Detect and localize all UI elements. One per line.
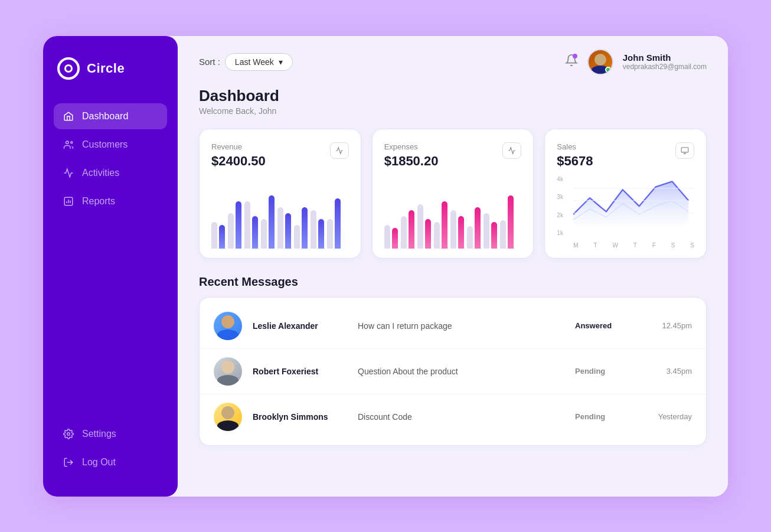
x-label-t: T bbox=[594, 242, 597, 249]
x-label-w: W bbox=[613, 242, 618, 249]
message-text: How can I return package bbox=[358, 321, 564, 331]
sidebar-item-dashboard[interactable]: Dashboard bbox=[54, 103, 167, 129]
logo-text: Circle bbox=[87, 61, 125, 76]
message-sender-name: Leslie Alexander bbox=[253, 321, 347, 331]
sort-section: Sort : Last Week ▾ bbox=[199, 53, 293, 71]
sidebar-item-reports[interactable]: Reports bbox=[54, 188, 167, 214]
notification-bell-icon[interactable] bbox=[565, 54, 578, 70]
messages-card: Leslie Alexander How can I return packag… bbox=[199, 297, 707, 446]
user-name: John Smith bbox=[623, 53, 707, 63]
avatar bbox=[587, 49, 613, 75]
svg-rect-8 bbox=[681, 147, 688, 152]
sales-value: $5678 bbox=[557, 154, 593, 169]
chevron-down-icon: ▾ bbox=[279, 57, 283, 67]
user-email: vedprakash29@gmail.com bbox=[623, 63, 707, 71]
table-row: Robert Foxeriest Question About the prod… bbox=[200, 349, 706, 394]
sidebar-item-settings[interactable]: Settings bbox=[54, 421, 167, 447]
sidebar-item-activities[interactable]: Activities bbox=[54, 160, 167, 186]
sales-x-labels: M T W T F S S bbox=[573, 242, 694, 249]
cards-row: Revenue $2400.50 bbox=[199, 129, 707, 259]
x-label-f: F bbox=[652, 242, 656, 249]
message-text: Question About the product bbox=[358, 367, 564, 376]
svg-point-6 bbox=[67, 432, 70, 435]
home-icon bbox=[63, 111, 74, 122]
revenue-value: $2400.50 bbox=[211, 154, 266, 169]
message-status: Pending bbox=[575, 367, 634, 376]
revenue-icon-btn[interactable] bbox=[330, 142, 349, 159]
sales-card: Sales $5678 4k 3k 2k 1k bbox=[544, 129, 707, 259]
sidebar-item-label: Customers bbox=[82, 139, 128, 150]
x-label-s: S bbox=[671, 242, 675, 249]
page-subtitle: Welcome Back, John bbox=[199, 106, 707, 116]
y-label-2k: 2k bbox=[557, 212, 563, 218]
settings-icon bbox=[63, 429, 74, 439]
user-section: John Smith vedprakash29@gmail.com bbox=[565, 49, 707, 75]
revenue-card: Revenue $2400.50 bbox=[199, 129, 361, 259]
revenue-bar-chart bbox=[211, 184, 349, 249]
topbar: Sort : Last Week ▾ John Smith bbox=[178, 36, 728, 82]
table-row: Leslie Alexander How can I return packag… bbox=[200, 303, 706, 349]
sales-icon-btn[interactable] bbox=[675, 142, 694, 159]
user-info: John Smith vedprakash29@gmail.com bbox=[623, 53, 707, 71]
page-title: Dashboard bbox=[199, 87, 707, 105]
message-sender-name: Brooklyn Simmons bbox=[253, 412, 347, 422]
sort-value: Last Week bbox=[235, 57, 274, 67]
expenses-card: Expenses $1850.20 bbox=[372, 129, 534, 259]
nav-bottom: Settings Log Out bbox=[54, 409, 167, 475]
nav-items: Dashboard Customers Activities Reports bbox=[54, 103, 167, 409]
table-row: Brooklyn Simmons Discount Code Pending Y… bbox=[200, 394, 706, 439]
svg-point-1 bbox=[71, 141, 73, 143]
sidebar-item-customers[interactable]: Customers bbox=[54, 132, 167, 158]
sidebar: Circle Dashboard Customers Activities bbox=[43, 36, 178, 497]
sales-line-chart-svg bbox=[573, 176, 694, 226]
svg-point-0 bbox=[66, 141, 69, 144]
sort-dropdown[interactable]: Last Week ▾ bbox=[225, 53, 293, 71]
sidebar-item-label: Settings bbox=[82, 429, 116, 439]
logo: Circle bbox=[54, 57, 167, 80]
avatar bbox=[214, 403, 242, 431]
message-sender-name: Robert Foxeriest bbox=[253, 367, 347, 376]
message-text: Discount Code bbox=[358, 412, 564, 422]
x-label-t2: T bbox=[633, 242, 637, 249]
sales-label: Sales bbox=[557, 142, 593, 151]
sidebar-item-logout[interactable]: Log Out bbox=[54, 449, 167, 475]
y-label-4k: 4k bbox=[557, 176, 563, 182]
message-time: 3.45pm bbox=[645, 367, 692, 376]
y-label-1k: 1k bbox=[557, 230, 563, 236]
expenses-icon-btn[interactable] bbox=[502, 142, 521, 159]
online-status-dot bbox=[605, 67, 611, 73]
reports-icon bbox=[63, 196, 74, 207]
avatar bbox=[214, 357, 242, 386]
customers-icon bbox=[63, 139, 74, 150]
sidebar-item-label: Dashboard bbox=[82, 111, 128, 122]
expenses-label: Expenses bbox=[384, 142, 439, 151]
revenue-label: Revenue bbox=[211, 142, 266, 151]
message-status: Answered bbox=[575, 321, 634, 330]
sidebar-item-label: Log Out bbox=[82, 457, 116, 468]
expenses-bar-chart bbox=[384, 184, 522, 249]
sidebar-item-label: Activities bbox=[82, 168, 119, 178]
sales-y-labels: 4k 3k 2k 1k bbox=[557, 176, 563, 237]
expenses-value: $1850.20 bbox=[384, 154, 439, 169]
sort-label: Sort : bbox=[199, 57, 220, 67]
logout-icon bbox=[63, 457, 74, 468]
logo-icon bbox=[57, 57, 80, 80]
message-status: Pending bbox=[575, 412, 634, 421]
message-time: Yesterday bbox=[645, 412, 692, 421]
main-content: Sort : Last Week ▾ John Smith bbox=[178, 36, 728, 497]
x-label-s2: S bbox=[690, 242, 694, 249]
messages-section-title: Recent Messages bbox=[199, 275, 707, 289]
avatar bbox=[214, 312, 242, 340]
activities-icon bbox=[63, 168, 74, 178]
page-content: Dashboard Welcome Back, John Revenue $24… bbox=[178, 82, 728, 497]
sidebar-item-label: Reports bbox=[82, 196, 115, 207]
x-label-m: M bbox=[573, 242, 578, 249]
message-time: 12.45pm bbox=[645, 321, 692, 330]
notification-dot bbox=[573, 54, 577, 58]
y-label-3k: 3k bbox=[557, 194, 563, 200]
